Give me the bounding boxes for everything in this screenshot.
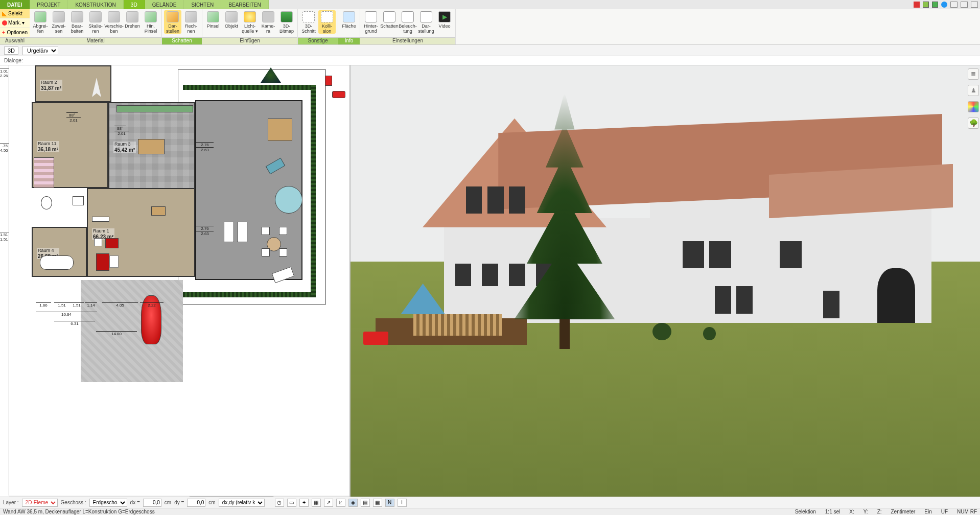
menu-tab-sichten[interactable]: SICHTEN: [184, 0, 221, 9]
tool-beleuchtung[interactable]: Beleuch- tung: [399, 10, 416, 34]
select-button[interactable]: Selekt: [0, 9, 30, 18]
menu-tab-gelaende[interactable]: GELÄNDE: [145, 0, 184, 9]
options-button[interactable]: +Optionen: [0, 28, 30, 37]
tool-bearbeiten[interactable]: Bear- beiten: [68, 10, 86, 34]
tool-abgreifen[interactable]: Abgrei- fen: [32, 10, 49, 34]
dx-label: dx =: [130, 500, 140, 505]
dimension-label: 1.14: [85, 302, 97, 308]
geschoss-label: Geschoss :: [61, 500, 86, 505]
tool-schatten[interactable]: Schatten: [381, 10, 398, 29]
menu-tab-bearbeiten[interactable]: BEARBEITEN: [221, 0, 268, 9]
tool-lichtquelle[interactable]: Licht- quelle ▾: [241, 10, 259, 34]
hatch-icon[interactable]: ▤: [361, 499, 370, 507]
dimension-label: 1.51: [69, 302, 84, 308]
layers-icon[interactable]: [968, 68, 979, 80]
menu-tab-datei[interactable]: DATEI: [0, 0, 30, 9]
tool-objekt[interactable]: Objekt: [223, 10, 240, 29]
tool-zuweisen[interactable]: Zuwei- sen: [50, 10, 67, 34]
help-icon[interactable]: [941, 2, 947, 8]
pinsel-label: Pinsel: [207, 24, 220, 29]
bearbeiten-label: Bear- beiten: [71, 24, 84, 34]
abgreifen-icon: [34, 11, 46, 22]
toilet: [41, 196, 52, 209]
room-label-r2: Raum 231,87 m²: [40, 80, 62, 91]
ruler-tick: 1.511.51: [0, 232, 9, 242]
tool-darstellung[interactable]: Dar- stellung: [417, 10, 435, 34]
tool-verschieben[interactable]: Verschie- ben: [105, 10, 123, 34]
lichtquelle-label: Licht- quelle ▾: [242, 24, 258, 34]
furniture-icon[interactable]: [968, 85, 979, 96]
info-icon[interactable]: i: [398, 499, 407, 507]
group-label-sonstige: Sonstige: [298, 37, 338, 44]
plan-pane[interactable]: 1.012.26.754.501.511.51 Raum 231,87 m²Ra…: [0, 65, 351, 502]
menu-tab-3d[interactable]: 3D: [124, 0, 145, 9]
view3d-pane[interactable]: [351, 65, 980, 502]
group-label-einstellungen: Einstellungen: [360, 37, 455, 44]
video-label: Video: [439, 24, 451, 29]
tool-video[interactable]: ▶Video: [436, 10, 453, 29]
tool-pinsel[interactable]: Pinsel: [204, 10, 222, 29]
snap1-icon[interactable]: ✦: [299, 499, 309, 507]
palette-icon[interactable]: [968, 101, 979, 112]
beleuchtung-icon: [402, 11, 414, 22]
maximize-button[interactable]: [961, 2, 968, 8]
hintergrund-label: Hinter- grund: [364, 24, 378, 34]
tool-hinpinsel[interactable]: Hin. Pinsel: [142, 10, 159, 34]
ribbon-group-schatten: Dar- stellenRech- nenSchatten: [162, 9, 202, 44]
grid-icon[interactable]: ◈: [348, 499, 358, 507]
sofa-2: [96, 253, 109, 271]
mark-button[interactable]: Mark.▾: [0, 18, 30, 28]
menu-tab-konstruktion[interactable]: KONSTRUKTION: [68, 0, 123, 9]
room-r2[interactable]: Raum 231,87 m²: [35, 65, 111, 102]
tool-rechnen[interactable]: Rech- nen: [182, 10, 200, 34]
lounger-1: [224, 222, 234, 242]
beleuchtung-label: Beleuch- tung: [399, 24, 417, 34]
dx-input[interactable]: [143, 499, 161, 507]
group-label-einfügen: Einfügen: [202, 37, 297, 44]
layer-select[interactable]: 2D-Elemen: [22, 499, 58, 507]
washer: [94, 238, 102, 246]
tool-3dbitmap[interactable]: 3D- Bitmap: [278, 10, 295, 34]
close-button[interactable]: [971, 2, 978, 8]
plan-canvas[interactable]: Raum 231,87 m²Raum 1136,18 m²Raum 345,42…: [9, 65, 349, 496]
window-icon-1[interactable]: [923, 2, 929, 8]
grid2-icon[interactable]: ▦: [373, 499, 382, 507]
tool-kollision[interactable]: Kolli- sion: [318, 10, 336, 34]
window-icon-2[interactable]: [932, 2, 938, 8]
dimension-label: 2.63: [196, 147, 214, 152]
edit-icon[interactable]: [914, 2, 920, 8]
view-select[interactable]: Urgelände: [22, 46, 58, 55]
tool-3dschnitt[interactable]: 3D- Schnitt: [300, 10, 317, 34]
plants-icon[interactable]: [968, 118, 979, 129]
ribbon-selection-group: Selekt Mark.▾ +Optionen Auswahl: [0, 9, 30, 44]
screen-icon[interactable]: ▭: [287, 499, 296, 507]
ribbon-group-info: FlächeInfo: [338, 9, 360, 44]
n-toggle[interactable]: N: [385, 499, 394, 507]
tool-darstellen[interactable]: Dar- stellen: [164, 10, 181, 34]
tool-flaeche[interactable]: Fläche: [340, 10, 358, 29]
vertical-ruler: 1.012.26.754.501.511.51: [0, 65, 9, 496]
status-text: Wand AW 36,5 m, Deckenauflager L=Konstru…: [3, 509, 155, 514]
geschoss-select[interactable]: Erdgeschos: [89, 499, 127, 507]
clock-icon[interactable]: ◷: [275, 499, 284, 507]
angle-icon[interactable]: ⟀: [336, 499, 345, 507]
mower-plan: [332, 91, 345, 98]
dimension-label: 1.66: [36, 302, 51, 308]
tool-skalieren[interactable]: Skalie- ren: [87, 10, 104, 34]
bottom-toolbar: Layer : 2D-Elemen Geschoss : Erdgeschos …: [0, 497, 980, 508]
ortho-icon[interactable]: ↗: [324, 499, 333, 507]
tool-drehen[interactable]: Drehen: [124, 10, 141, 29]
tool-kamera[interactable]: Kame- ra: [260, 10, 277, 34]
tool-hintergrund[interactable]: Hinter- grund: [362, 10, 380, 34]
flaeche-label: Fläche: [342, 24, 356, 29]
dimension-label: 4.05: [102, 302, 138, 308]
status-num: NUM RF: [957, 509, 977, 514]
skalieren-icon: [89, 11, 102, 22]
minimize-button[interactable]: [950, 2, 958, 8]
snap2-icon[interactable]: ▦: [312, 499, 321, 507]
menu-tab-projekt[interactable]: PROJEKT: [30, 0, 68, 9]
coord-mode-select[interactable]: dx,dy (relativ ka: [219, 499, 265, 507]
drehen-label: Drehen: [125, 24, 140, 29]
drehen-icon: [126, 11, 138, 22]
dy-input[interactable]: [187, 499, 205, 507]
